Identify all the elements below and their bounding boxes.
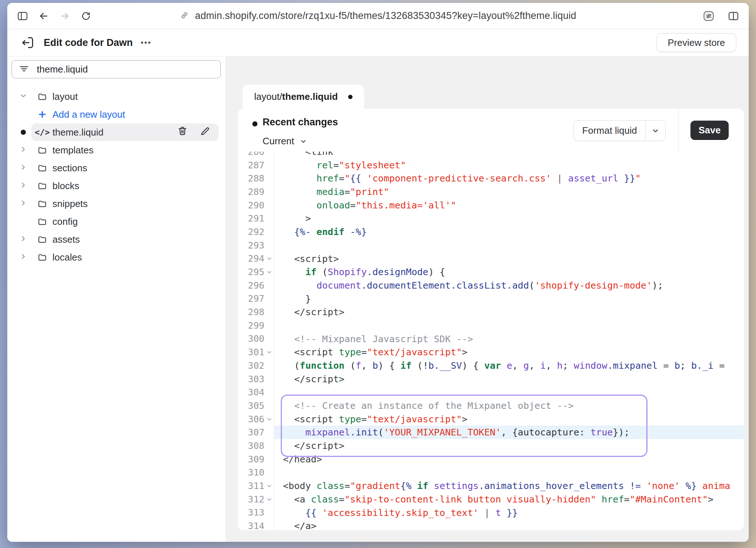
back-icon[interactable] (36, 8, 52, 24)
editor-tab[interactable]: layout/theme.liquid (243, 85, 364, 109)
save-button[interactable]: Save (690, 121, 729, 140)
code-text[interactable]: <link (274, 152, 744, 158)
code-line-302[interactable]: 302 (function (f, b) { if (!b.__SV) { va… (238, 359, 744, 372)
code-line-297[interactable]: 297 } (238, 292, 744, 306)
fold-chevron-icon[interactable] (264, 496, 274, 502)
sidebar-item-theme-liquid[interactable]: </>theme.liquid (7, 124, 226, 141)
file-search[interactable] (12, 60, 221, 78)
code-editor[interactable]: 286 <link287 rel="stylesheet"288 href="{… (238, 152, 744, 530)
overflow-menu-icon[interactable] (139, 36, 152, 49)
format-liquid-button[interactable]: Format liquid (574, 120, 666, 141)
forward-icon[interactable] (57, 8, 73, 24)
sidebar-item-locales[interactable]: locales (7, 248, 226, 266)
code-text[interactable]: <body class="gradient{% if settings.anim… (274, 479, 744, 493)
code-text[interactable]: if (Shopify.designMode) { (274, 265, 744, 279)
code-line-310[interactable]: 310 (238, 466, 744, 480)
sidebar-item-templates[interactable]: templates (7, 141, 226, 159)
chevron-down-icon[interactable] (646, 126, 665, 135)
code-line-311[interactable]: 311<body class="gradient{% if settings.a… (238, 479, 744, 493)
code-line-298[interactable]: 298 </script> (238, 305, 744, 319)
chevron-right-icon[interactable] (19, 198, 27, 210)
code-line-299[interactable]: 299 (238, 319, 744, 332)
fold-chevron-icon[interactable] (264, 269, 274, 275)
sidebar-item-config[interactable]: config (7, 213, 226, 230)
sidebar-toggle-icon[interactable] (15, 8, 31, 24)
code-text[interactable] (274, 319, 744, 332)
search-input[interactable] (37, 64, 214, 75)
code-text[interactable]: </script> (274, 305, 744, 319)
code-line-313[interactable]: 313 {{ 'accessibility.skip_to_text' | t … (238, 506, 744, 520)
fold-chevron-icon[interactable] (264, 416, 274, 422)
code-line-300[interactable]: 300 <!-- Mixpanel Javascript SDK --> (238, 332, 744, 346)
code-text[interactable] (274, 385, 744, 399)
code-text[interactable]: <a class="skip-to-content-link button vi… (274, 493, 744, 506)
code-line-287[interactable]: 287 rel="stylesheet" (238, 158, 744, 172)
code-line-306[interactable]: 306 <script type="text/javascript"> (238, 412, 744, 426)
code-text[interactable]: mixpanel.init('YOUR_MIXPANEL_TOKEN', {au… (274, 426, 744, 439)
code-text[interactable]: document.documentElement.classList.add('… (274, 279, 744, 292)
code-text[interactable]: > (274, 212, 744, 225)
code-line-305[interactable]: 305 <!-- Create an instance of the Mixpa… (238, 399, 744, 412)
code-line-288[interactable]: 288 href="{{ 'component-predictive-searc… (238, 172, 744, 185)
code-line-303[interactable]: 303 </script> (238, 372, 744, 386)
code-text[interactable] (274, 466, 744, 480)
chevron-right-icon[interactable] (19, 252, 27, 263)
code-text[interactable]: href="{{ 'component-predictive-search.cs… (274, 172, 744, 185)
code-text[interactable]: onload="this.media='all'" (274, 199, 744, 212)
code-text[interactable]: </head> (274, 453, 744, 466)
code-line-293[interactable]: 293 (238, 239, 744, 252)
code-text[interactable]: <script> (274, 252, 744, 266)
code-text[interactable]: (function (f, b) { if (!b.__SV) { var e,… (274, 359, 744, 372)
fold-chevron-icon[interactable] (264, 255, 274, 262)
code-text[interactable]: <!-- Create an instance of the Mixpanel … (274, 399, 744, 412)
chevron-down-icon[interactable] (19, 91, 27, 102)
code-line-286[interactable]: 286 <link (238, 152, 744, 158)
address-bar[interactable]: admin.shopify.com/store/rzq1xu-f5/themes… (180, 3, 576, 29)
chevron-right-icon[interactable] (19, 145, 27, 156)
code-line-296[interactable]: 296 document.documentElement.classList.a… (238, 279, 744, 292)
sidebar-item-add-a-new-layout[interactable]: Add a new layout (7, 106, 226, 123)
sidebar-item-blocks[interactable]: blocks (7, 177, 226, 195)
code-text[interactable]: } (274, 292, 744, 306)
sidebar-item-assets[interactable]: assets (7, 231, 226, 248)
preview-store-button[interactable]: Preview store (657, 33, 737, 52)
code-line-308[interactable]: 308 </script> (238, 439, 744, 453)
delete-icon[interactable] (177, 126, 188, 139)
sidebar-item-layout[interactable]: layout (7, 88, 226, 105)
chevron-right-icon[interactable] (19, 234, 27, 245)
code-line-301[interactable]: 301 <script type="text/javascript"> (238, 345, 744, 359)
exit-icon[interactable] (20, 35, 36, 51)
chevron-right-icon[interactable] (19, 163, 27, 174)
code-line-289[interactable]: 289 media="print" (238, 185, 744, 199)
version-selector[interactable]: Current (263, 136, 307, 147)
split-view-icon[interactable] (725, 8, 741, 24)
code-text[interactable]: </a> (274, 519, 744, 530)
code-text[interactable]: <script type="text/javascript"> (274, 345, 744, 359)
code-line-307[interactable]: 307 mixpanel.init('YOUR_MIXPANEL_TOKEN',… (238, 426, 744, 439)
chevron-right-icon[interactable] (19, 180, 27, 192)
code-line-295[interactable]: 295 if (Shopify.designMode) { (238, 265, 744, 279)
fold-chevron-icon[interactable] (264, 483, 274, 489)
code-line-304[interactable]: 304 (238, 385, 744, 399)
code-text[interactable]: {{ 'accessibility.skip_to_text' | t }} (274, 506, 744, 520)
code-line-314[interactable]: 314 </a> (238, 519, 744, 530)
code-text[interactable] (274, 239, 744, 252)
code-line-290[interactable]: 290 onload="this.media='all'" (238, 199, 744, 212)
page-settings-icon[interactable] (701, 8, 717, 24)
code-text[interactable]: media="print" (274, 185, 744, 199)
reload-icon[interactable] (78, 8, 94, 24)
code-text[interactable]: rel="stylesheet" (274, 158, 744, 172)
code-text[interactable]: </script> (274, 372, 744, 386)
code-text[interactable]: <script type="text/javascript"> (274, 412, 744, 426)
code-line-291[interactable]: 291 > (238, 212, 744, 225)
fold-chevron-icon[interactable] (264, 349, 274, 355)
code-text[interactable]: </script> (274, 439, 744, 453)
sidebar-item-sections[interactable]: sections (7, 159, 226, 177)
code-line-294[interactable]: 294 <script> (238, 252, 744, 266)
code-line-312[interactable]: 312 <a class="skip-to-content-link butto… (238, 493, 744, 506)
sidebar-item-snippets[interactable]: snippets (7, 195, 226, 212)
code-text[interactable]: <!-- Mixpanel Javascript SDK --> (274, 332, 744, 346)
code-line-292[interactable]: 292 {%- endif -%} (238, 225, 744, 239)
code-line-309[interactable]: 309</head> (238, 453, 744, 466)
code-text[interactable]: {%- endif -%} (274, 225, 744, 239)
